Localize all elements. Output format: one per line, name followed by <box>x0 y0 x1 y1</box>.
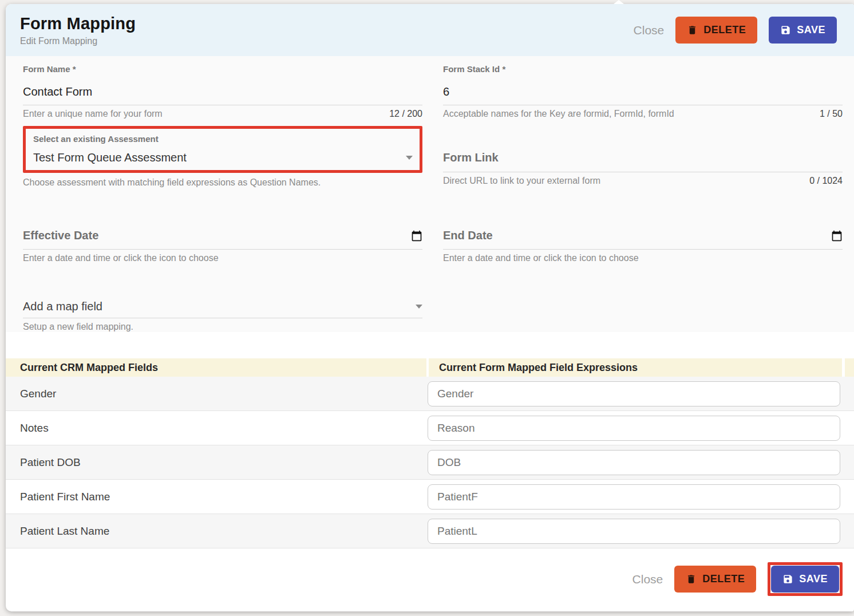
table-row: Gender <box>6 377 854 411</box>
assessment-label: Select an existing Assessment <box>33 134 413 144</box>
trash-icon <box>687 25 698 35</box>
popup-caret <box>614 0 624 4</box>
effective-date-label[interactable]: Effective Date <box>23 229 98 242</box>
expression-input[interactable] <box>428 450 840 475</box>
form-stack-id-input[interactable]: 6 <box>443 85 843 105</box>
end-date-field: End Date Enter a date and time or click … <box>443 229 843 263</box>
table-header-row: Current CRM Mapped Fields Current Form M… <box>6 358 854 377</box>
form-name-label: Form Name <box>23 64 70 74</box>
page-subtitle: Edit Form Mapping <box>20 36 634 46</box>
crm-fields-column-header: Current CRM Mapped Fields <box>6 358 426 377</box>
expressions-column-header: Current Form Mapped Field Expressions <box>429 358 842 377</box>
crm-field-name: Patient Last Name <box>6 525 428 538</box>
trash-icon <box>686 574 697 585</box>
assessment-field: Select an existing Assessment Test Form … <box>23 126 422 188</box>
dialog-footer: Close DELETE SAVE <box>6 548 854 596</box>
assessment-select[interactable]: Test Form Queue Assessment <box>33 151 413 164</box>
form-name-input[interactable]: Contact Form <box>23 85 422 105</box>
expression-input[interactable] <box>428 519 840 544</box>
chevron-down-icon <box>416 305 422 309</box>
form-link-label[interactable]: Form Link <box>443 151 843 164</box>
delete-button[interactable]: DELETE <box>674 566 756 593</box>
assessment-selected-value: Test Form Queue Assessment <box>33 151 187 164</box>
save-icon <box>780 25 791 35</box>
form-name-helper: Enter a unique name for your form <box>23 109 163 119</box>
page-title: Form Mapping <box>20 14 634 33</box>
assessment-helper: Choose assessment with matching field ex… <box>23 177 422 188</box>
form-stack-id-field: Form Stack Id * 6 Acceptable names for t… <box>443 64 843 119</box>
form-name-counter: 12 / 200 <box>389 109 422 119</box>
form-name-field: Form Name * Contact Form Enter a unique … <box>23 64 422 119</box>
calendar-icon[interactable] <box>831 230 843 244</box>
close-button[interactable]: Close <box>634 23 665 37</box>
calendar-icon[interactable] <box>411 230 422 244</box>
crm-field-name: Patient DOB <box>6 456 428 469</box>
mapped-fields-table: Current CRM Mapped Fields Current Form M… <box>6 358 854 548</box>
table-row: Patient Last Name <box>6 514 854 548</box>
add-map-field: Add a map field Setup a new field mappin… <box>23 300 422 332</box>
save-highlight-box: SAVE <box>768 562 843 596</box>
expression-input[interactable] <box>428 381 840 406</box>
form-link-field: Form Link Direct URL to link to your ext… <box>443 126 843 186</box>
expression-input[interactable] <box>428 484 840 510</box>
form-link-helper: Direct URL to link to your external form <box>443 176 600 186</box>
add-map-field-select[interactable]: Add a map field <box>23 300 422 318</box>
actions-column-header <box>845 358 854 377</box>
form-stack-id-counter: 1 / 50 <box>820 109 843 119</box>
form-stack-id-label: Form Stack Id <box>443 64 500 74</box>
save-button[interactable]: SAVE <box>769 17 837 44</box>
end-date-label[interactable]: End Date <box>443 229 493 242</box>
expression-input[interactable] <box>428 416 840 441</box>
form-stack-id-helper: Acceptable names for the Key are formid,… <box>443 109 674 119</box>
table-row: Patient DOB <box>6 445 854 480</box>
crm-field-name: Notes <box>6 422 428 435</box>
add-map-field-label: Add a map field <box>23 300 102 313</box>
effective-date-helper: Enter a date and time or click the icon … <box>23 253 219 263</box>
table-row: Notes <box>6 411 854 445</box>
crm-field-name: Gender <box>6 388 428 400</box>
required-marker: * <box>73 64 76 74</box>
table-row: Patient First Name <box>6 480 854 514</box>
delete-button[interactable]: DELETE <box>675 17 757 44</box>
effective-date-field: Effective Date Enter a date and time or … <box>23 229 422 263</box>
save-button[interactable]: SAVE <box>771 566 839 593</box>
dialog-header: Form Mapping Edit Form Mapping Close DEL… <box>6 4 854 56</box>
crm-field-name: Patient First Name <box>6 491 428 503</box>
required-marker: * <box>502 64 505 74</box>
end-date-helper: Enter a date and time or click the icon … <box>443 253 639 263</box>
form-mapping-dialog: Form Mapping Edit Form Mapping Close DEL… <box>6 4 854 611</box>
form-area: Form Name * Contact Form Enter a unique … <box>6 56 854 332</box>
form-link-counter: 0 / 1024 <box>809 176 843 186</box>
chevron-down-icon <box>406 156 413 160</box>
add-map-field-helper: Setup a new field mapping. <box>23 322 133 332</box>
assessment-highlight-box: Select an existing Assessment Test Form … <box>23 126 422 173</box>
save-icon <box>782 574 793 585</box>
close-button[interactable]: Close <box>632 572 663 586</box>
